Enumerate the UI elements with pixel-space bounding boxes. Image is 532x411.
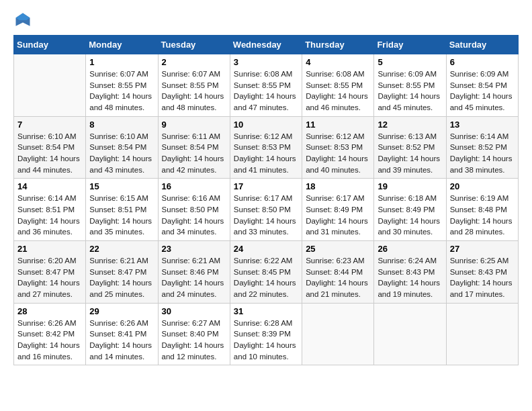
day-detail: Sunrise: 6:16 AMSunset: 8:50 PMDaylight:… <box>162 193 226 238</box>
day-detail: Sunrise: 6:26 AMSunset: 8:41 PMDaylight:… <box>89 318 154 363</box>
calendar-cell <box>302 303 374 365</box>
calendar-cell: 7Sunrise: 6:10 AMSunset: 8:54 PMDaylight… <box>14 116 86 179</box>
calendar-cell: 25Sunrise: 6:23 AMSunset: 8:44 PMDayligh… <box>302 241 374 304</box>
calendar-cell: 21Sunrise: 6:20 AMSunset: 8:47 PMDayligh… <box>14 241 86 304</box>
day-header-saturday: Saturday <box>446 36 518 54</box>
day-number: 20 <box>450 181 515 191</box>
day-detail: Sunrise: 6:18 AMSunset: 8:49 PMDaylight:… <box>378 193 442 238</box>
calendar-cell: 4Sunrise: 6:08 AMSunset: 8:55 PMDaylight… <box>302 54 374 117</box>
day-detail: Sunrise: 6:10 AMSunset: 8:54 PMDaylight:… <box>89 131 154 176</box>
day-number: 8 <box>89 120 154 130</box>
day-number: 23 <box>162 244 226 254</box>
day-number: 18 <box>306 181 370 191</box>
calendar-cell: 22Sunrise: 6:21 AMSunset: 8:47 PMDayligh… <box>86 241 158 304</box>
calendar-cell: 26Sunrise: 6:24 AMSunset: 8:43 PMDayligh… <box>374 241 446 304</box>
day-header-wednesday: Wednesday <box>230 36 302 54</box>
calendar-week-row: 1Sunrise: 6:07 AMSunset: 8:55 PMDaylight… <box>14 54 519 117</box>
day-number: 9 <box>162 120 226 130</box>
day-detail: Sunrise: 6:08 AMSunset: 8:55 PMDaylight:… <box>234 68 298 113</box>
calendar-header-row: SundayMondayTuesdayWednesdayThursdayFrid… <box>14 36 519 54</box>
day-number: 31 <box>234 306 298 316</box>
day-detail: Sunrise: 6:14 AMSunset: 8:51 PMDaylight:… <box>17 193 82 238</box>
day-number: 13 <box>450 120 515 130</box>
day-number: 10 <box>234 120 298 130</box>
day-detail: Sunrise: 6:13 AMSunset: 8:52 PMDaylight:… <box>378 131 442 176</box>
day-detail: Sunrise: 6:12 AMSunset: 8:53 PMDaylight:… <box>306 131 370 176</box>
day-detail: Sunrise: 6:25 AMSunset: 8:43 PMDaylight:… <box>450 255 515 300</box>
logo-icon <box>13 11 32 30</box>
calendar-cell: 2Sunrise: 6:07 AMSunset: 8:55 PMDaylight… <box>158 54 230 117</box>
day-detail: Sunrise: 6:19 AMSunset: 8:48 PMDaylight:… <box>450 193 515 238</box>
day-number: 1 <box>89 57 154 67</box>
day-number: 15 <box>89 181 154 191</box>
calendar-cell: 1Sunrise: 6:07 AMSunset: 8:55 PMDaylight… <box>86 54 158 117</box>
day-number: 25 <box>306 244 370 254</box>
day-detail: Sunrise: 6:11 AMSunset: 8:54 PMDaylight:… <box>162 131 226 176</box>
day-detail: Sunrise: 6:24 AMSunset: 8:43 PMDaylight:… <box>378 255 442 300</box>
calendar-cell: 17Sunrise: 6:17 AMSunset: 8:50 PMDayligh… <box>230 179 302 241</box>
calendar-cell: 12Sunrise: 6:13 AMSunset: 8:52 PMDayligh… <box>374 116 446 179</box>
calendar-cell: 19Sunrise: 6:18 AMSunset: 8:49 PMDayligh… <box>374 179 446 241</box>
day-number: 5 <box>378 57 442 67</box>
day-detail: Sunrise: 6:21 AMSunset: 8:46 PMDaylight:… <box>162 255 226 300</box>
day-detail: Sunrise: 6:23 AMSunset: 8:44 PMDaylight:… <box>306 255 370 300</box>
day-detail: Sunrise: 6:08 AMSunset: 8:55 PMDaylight:… <box>306 68 370 113</box>
day-number: 19 <box>378 181 442 191</box>
day-detail: Sunrise: 6:10 AMSunset: 8:54 PMDaylight:… <box>17 131 82 176</box>
calendar-cell: 5Sunrise: 6:09 AMSunset: 8:55 PMDaylight… <box>374 54 446 117</box>
calendar-cell: 10Sunrise: 6:12 AMSunset: 8:53 PMDayligh… <box>230 116 302 179</box>
day-number: 17 <box>234 181 298 191</box>
day-detail: Sunrise: 6:17 AMSunset: 8:50 PMDaylight:… <box>234 193 298 238</box>
day-number: 12 <box>378 120 442 130</box>
calendar-cell: 30Sunrise: 6:27 AMSunset: 8:40 PMDayligh… <box>158 303 230 365</box>
calendar-cell: 29Sunrise: 6:26 AMSunset: 8:41 PMDayligh… <box>86 303 158 365</box>
calendar-cell: 16Sunrise: 6:16 AMSunset: 8:50 PMDayligh… <box>158 179 230 241</box>
day-detail: Sunrise: 6:20 AMSunset: 8:47 PMDaylight:… <box>17 255 82 300</box>
calendar-cell: 24Sunrise: 6:22 AMSunset: 8:45 PMDayligh… <box>230 241 302 304</box>
svg-marker-1 <box>16 13 30 21</box>
day-header-monday: Monday <box>86 36 158 54</box>
day-number: 24 <box>234 244 298 254</box>
day-detail: Sunrise: 6:21 AMSunset: 8:47 PMDaylight:… <box>89 255 154 300</box>
calendar-cell: 6Sunrise: 6:09 AMSunset: 8:54 PMDaylight… <box>446 54 518 117</box>
calendar-cell: 15Sunrise: 6:15 AMSunset: 8:51 PMDayligh… <box>86 179 158 241</box>
day-number: 16 <box>162 181 226 191</box>
calendar-cell <box>446 303 518 365</box>
day-detail: Sunrise: 6:22 AMSunset: 8:45 PMDaylight:… <box>234 255 298 300</box>
calendar-week-row: 14Sunrise: 6:14 AMSunset: 8:51 PMDayligh… <box>14 179 519 241</box>
day-header-friday: Friday <box>374 36 446 54</box>
calendar-week-row: 28Sunrise: 6:26 AMSunset: 8:42 PMDayligh… <box>14 303 519 365</box>
day-header-tuesday: Tuesday <box>158 36 230 54</box>
day-number: 21 <box>17 244 82 254</box>
calendar-cell: 9Sunrise: 6:11 AMSunset: 8:54 PMDaylight… <box>158 116 230 179</box>
day-header-sunday: Sunday <box>14 36 86 54</box>
page-header <box>13 11 519 30</box>
calendar-cell: 3Sunrise: 6:08 AMSunset: 8:55 PMDaylight… <box>230 54 302 117</box>
calendar-cell: 23Sunrise: 6:21 AMSunset: 8:46 PMDayligh… <box>158 241 230 304</box>
calendar-cell: 13Sunrise: 6:14 AMSunset: 8:52 PMDayligh… <box>446 116 518 179</box>
day-detail: Sunrise: 6:07 AMSunset: 8:55 PMDaylight:… <box>89 68 154 113</box>
day-detail: Sunrise: 6:14 AMSunset: 8:52 PMDaylight:… <box>450 131 515 176</box>
day-detail: Sunrise: 6:28 AMSunset: 8:39 PMDaylight:… <box>234 318 298 363</box>
day-detail: Sunrise: 6:07 AMSunset: 8:55 PMDaylight:… <box>162 68 226 113</box>
day-number: 26 <box>378 244 442 254</box>
calendar-table: SundayMondayTuesdayWednesdayThursdayFrid… <box>13 35 519 365</box>
day-number: 3 <box>234 57 298 67</box>
logo <box>13 11 35 30</box>
calendar-cell: 14Sunrise: 6:14 AMSunset: 8:51 PMDayligh… <box>14 179 86 241</box>
calendar-cell: 8Sunrise: 6:10 AMSunset: 8:54 PMDaylight… <box>86 116 158 179</box>
calendar-cell: 28Sunrise: 6:26 AMSunset: 8:42 PMDayligh… <box>14 303 86 365</box>
day-number: 7 <box>17 120 82 130</box>
calendar-cell <box>14 54 86 117</box>
day-detail: Sunrise: 6:26 AMSunset: 8:42 PMDaylight:… <box>17 318 82 363</box>
calendar-week-row: 7Sunrise: 6:10 AMSunset: 8:54 PMDaylight… <box>14 116 519 179</box>
calendar-cell: 18Sunrise: 6:17 AMSunset: 8:49 PMDayligh… <box>302 179 374 241</box>
day-number: 2 <box>162 57 226 67</box>
day-detail: Sunrise: 6:09 AMSunset: 8:54 PMDaylight:… <box>450 68 515 113</box>
day-number: 30 <box>162 306 226 316</box>
calendar-cell: 11Sunrise: 6:12 AMSunset: 8:53 PMDayligh… <box>302 116 374 179</box>
day-detail: Sunrise: 6:12 AMSunset: 8:53 PMDaylight:… <box>234 131 298 176</box>
day-number: 14 <box>17 181 82 191</box>
day-number: 27 <box>450 244 515 254</box>
day-number: 28 <box>17 306 82 316</box>
